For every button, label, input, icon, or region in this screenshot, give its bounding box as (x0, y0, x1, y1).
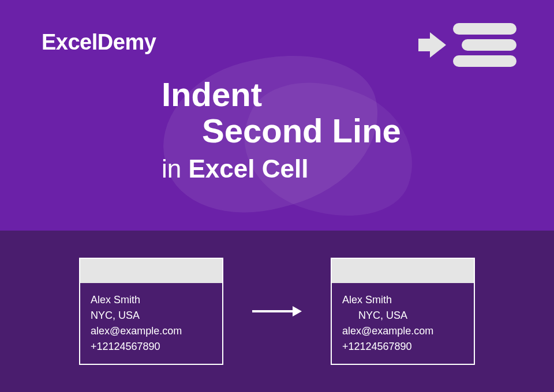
contact-email: alex@example.com (342, 323, 463, 339)
example-section: Alex Smith NYC, USA alex@example.com +12… (0, 231, 554, 392)
title-subtitle: in Excel Cell (162, 154, 401, 183)
contact-name: Alex Smith (91, 292, 212, 308)
before-cell: Alex Smith NYC, USA alex@example.com +12… (79, 258, 223, 365)
hero-section: ExcelDemy Indent Second Line in Excel Ce… (0, 0, 554, 231)
contact-location: NYC, USA (91, 308, 212, 323)
cell-content: Alex Smith NYC, USA alex@example.com +12… (332, 283, 474, 364)
cell-header (332, 259, 474, 283)
indent-icon (430, 23, 516, 67)
contact-name: Alex Smith (342, 292, 463, 308)
brand-logo: ExcelDemy (42, 30, 156, 55)
arrow-icon (430, 32, 446, 58)
title-word-1: Indent (162, 75, 401, 114)
page-title: Indent Second Line in Excel Cell (162, 75, 401, 183)
contact-email: alex@example.com (91, 323, 212, 339)
contact-location-indented: NYC, USA (342, 308, 463, 323)
cell-content: Alex Smith NYC, USA alex@example.com +12… (80, 283, 222, 364)
transform-arrow-icon (252, 306, 302, 316)
contact-phone: +12124567890 (342, 339, 463, 355)
text-lines-icon (453, 23, 516, 67)
contact-phone: +12124567890 (91, 339, 212, 355)
after-cell: Alex Smith NYC, USA alex@example.com +12… (331, 258, 475, 365)
cell-header (80, 259, 222, 283)
title-word-2: Second Line (202, 111, 401, 150)
